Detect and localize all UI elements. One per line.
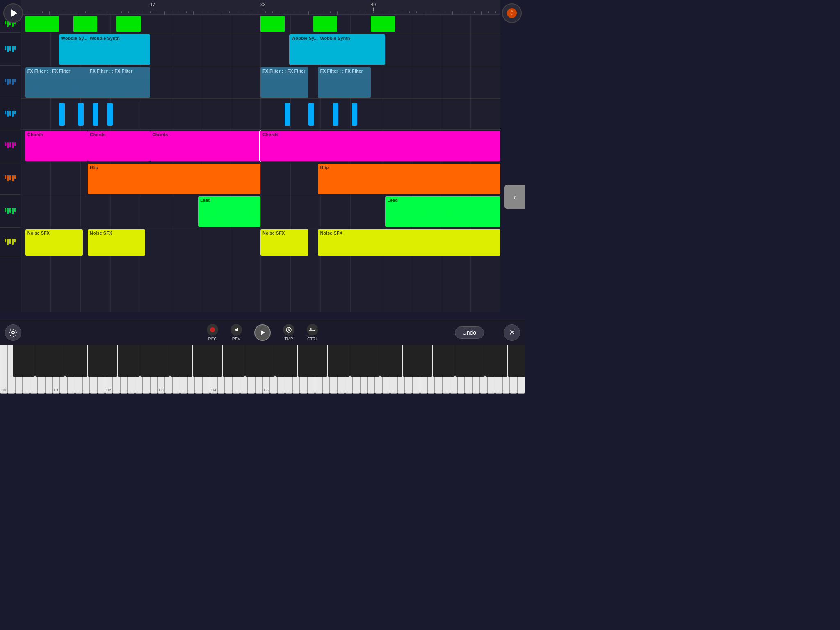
track-area[interactable]: Wobble Sy...Wobble SynthWobble Sy...Wobb… [21,14,500,312]
tick-mark [179,11,179,13]
ctrl-button[interactable]: CTRL [307,324,318,341]
segment-chords-3[interactable]: Chords [260,131,500,161]
black-key-48[interactable] [365,345,380,377]
segment-label-fx-2: FX Filter : : FX Filter [262,68,306,73]
piano-octave-label-1: C1 [54,388,59,392]
segment-green-2[interactable] [116,16,141,32]
black-key-2[interactable] [20,345,35,377]
black-key-65[interactable] [493,345,507,377]
black-key-68[interactable] [515,345,525,377]
segment-waveform [116,16,141,32]
segment-wobble-1[interactable]: Wobble Synth [88,34,150,65]
tick-mark [222,11,222,15]
track-control-chords[interactable] [0,129,21,162]
black-key-16[interactable] [125,345,140,377]
segment-label-wobble-0: Wobble Sy... [61,36,87,41]
segment-wobble-3[interactable]: Wobble Synth [318,34,385,65]
segment-blue_hits-0[interactable] [59,103,65,126]
black-key-62[interactable] [470,345,485,377]
segment-chords-2[interactable]: Chords [150,131,260,161]
segment-blip-1[interactable]: Blip [318,164,500,194]
tick-mark [42,11,43,13]
segment-green-5[interactable] [371,16,395,32]
segment-noise-0[interactable]: Noise SFX [25,229,83,256]
play-button[interactable] [3,3,23,23]
piano-keyboard[interactable]: C0C1C2C3C4C5 [0,345,525,394]
segment-waveform [260,141,500,161]
segment-waveform [88,141,150,161]
rev-button[interactable]: REV [231,324,242,341]
black-key-37[interactable] [283,345,297,377]
track-control-fx[interactable] [0,66,21,98]
tick-mark [193,11,194,15]
segment-blue_hits-3[interactable] [107,103,113,126]
black-key-41[interactable] [313,345,328,377]
segment-fx-2[interactable]: FX Filter : : FX Filter [260,67,308,98]
black-key-34[interactable] [260,345,275,377]
segment-noise-2[interactable]: Noise SFX [260,229,308,256]
timeline-marker-17: 17 [150,2,155,11]
segment-blue_hits-5[interactable] [308,103,314,126]
track-control-blue_hits[interactable] [0,98,21,129]
black-key-27[interactable] [208,345,223,377]
rec-button[interactable]: REC [207,324,218,341]
tmp-button[interactable]: TMP [283,324,294,341]
white-key-0[interactable]: C0 [0,345,7,394]
track-control-noise[interactable] [0,228,21,256]
collapse-arrow[interactable]: ‹ [504,185,525,209]
tick-mark [287,11,287,13]
segment-blue_hits-1[interactable] [78,103,84,126]
track-row-blip: BlipBlip [21,162,500,195]
segment-fx-3[interactable]: FX Filter : : FX Filter [318,67,371,98]
track-row-blue_hits [21,98,500,129]
black-key-51[interactable] [388,345,402,377]
segment-waveform [88,235,145,256]
piano-keys-container[interactable]: C0C1C2C3C4C5 [0,345,525,394]
tick-mark [431,11,431,13]
segment-chords-0[interactable]: Chords [25,131,88,161]
segment-green-0[interactable] [25,16,59,32]
tick-mark [128,11,129,13]
segment-lead-1[interactable]: Lead [385,196,500,227]
segment-blip-0[interactable]: Blip [88,164,260,194]
black-key-23[interactable] [178,345,192,377]
segment-noise-1[interactable]: Noise SFX [88,229,145,256]
black-key-20[interactable] [155,345,170,377]
segment-green-3[interactable] [260,16,285,32]
segment-blue_hits-7[interactable] [352,103,357,126]
play-transport-button[interactable] [254,324,271,341]
black-key-9[interactable] [73,345,87,377]
segment-lead-0[interactable]: Lead [198,196,260,227]
tick-mark [467,11,467,13]
segment-waveform [260,79,308,98]
black-key-55[interactable] [418,345,433,377]
segment-blue_hits-6[interactable] [333,103,338,126]
segment-green-4[interactable] [313,16,338,32]
piano-octave-label-2: C2 [106,388,111,392]
track-control-blip[interactable] [0,162,21,195]
black-key-13[interactable] [103,345,118,377]
track-control-lead[interactable] [0,195,21,228]
tick-mark [424,11,424,15]
svg-point-6 [310,328,312,330]
segment-blue_hits-4[interactable] [285,103,290,126]
undo-button[interactable]: Undo [455,326,484,339]
close-button[interactable]: ✕ [504,324,520,341]
tick-mark [388,11,388,13]
tick-mark [258,11,258,13]
tick-mark [474,11,475,13]
tick-mark [121,11,122,13]
segment-blue_hits-2[interactable] [93,103,98,126]
segment-noise-3[interactable]: Noise SFX [318,229,500,256]
segment-fx-1[interactable]: FX Filter : : FX Filter [88,67,150,98]
segment-green-1[interactable] [73,16,98,32]
track-control-wobble[interactable] [0,33,21,66]
segment-waveform [333,105,338,126]
black-key-44[interactable] [335,345,350,377]
black-key-58[interactable] [440,345,455,377]
segment-chords-1[interactable]: Chords [88,131,150,161]
settings-button[interactable] [5,324,21,341]
black-key-30[interactable] [230,345,245,377]
segment-waveform [25,16,59,32]
black-key-6[interactable] [50,345,65,377]
